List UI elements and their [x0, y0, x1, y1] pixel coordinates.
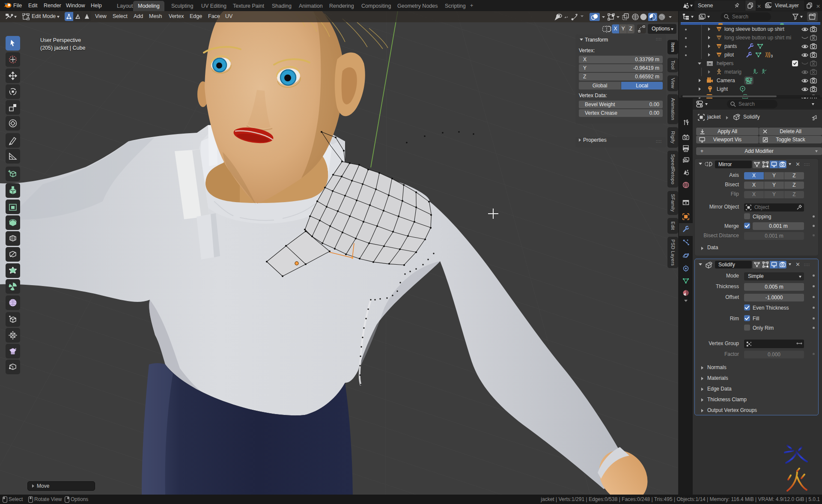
svg-text:3: 3: [771, 54, 773, 58]
